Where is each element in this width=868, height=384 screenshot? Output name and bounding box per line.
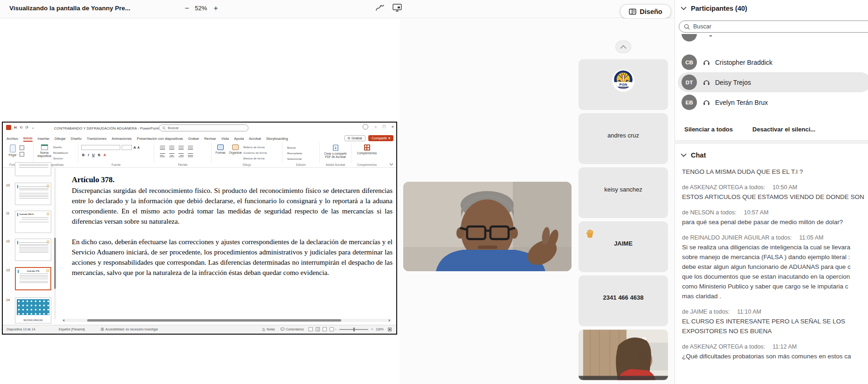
shrink-font-icon: A [138,146,140,149]
slide-number: 13 [6,268,10,272]
chat-message: de JAIME a todos:11:10 AM EL CURSO ES IN… [682,308,868,336]
participant-row-evelyn-teran-brux[interactable]: EB Evelyn Terán Brux [675,92,868,112]
zoom-out-control: − [335,328,337,331]
slide-thumb-12 [15,239,51,261]
scroll-left-icon [62,319,65,322]
line-spacing-icon [188,146,193,150]
shape-outline-menu: Contorno de forma [243,150,267,156]
slide-14-pattern-image [17,299,49,315]
ppt-zoom-slider [339,329,368,330]
partial-name [710,35,712,36]
ppt-tab-transiciones: Transiciones [87,137,106,141]
share-title: Visualizando la pantalla de Yoanny Pre..… [9,5,131,12]
screen-share-toolbar: Visualizando la pantalla de Yoanny Pre..… [0,0,675,18]
avatar-initials: DT [682,75,697,90]
annotate-pen-icon[interactable] [374,2,386,13]
collapse-ribbon-icon [389,163,393,166]
slide-title: Artículo 378. [72,175,115,185]
addins-icon [364,144,370,151]
video-thumbnail-andres-cruz[interactable]: andres cruz [579,113,668,164]
slide-thumb-10 [15,183,51,205]
mute-all-button[interactable]: Silenciar a todos [684,126,733,133]
design-button-label: Diseño [640,8,662,15]
replace-button: Reemplazar [287,151,319,156]
participants-search-box[interactable] [679,21,868,33]
participant-row-partial[interactable] [681,34,820,42]
slide-panel-scrollbar [54,168,56,319]
chat-message: de ASKENAZ ORTEGA a todos:11:12 AM ¿Qué … [682,343,868,361]
italic-icon: I [88,153,89,157]
ppt-tab-revisar: Revisar [204,137,216,141]
grow-font-icon: A [133,145,136,150]
svg-text:PGN: PGN [620,82,627,86]
participant-name: Evelyn Terán Brux [715,99,768,106]
ppt-current-slide: Artículo 378. Discrepancias surgidas del… [57,168,396,325]
clipboard-icon [10,144,16,152]
align-right-icon [179,153,184,157]
comments-icon [281,328,284,331]
avatar-initials: CB [682,55,697,70]
main-speaker-video[interactable] [403,182,572,271]
zoom-in-button[interactable]: + [211,3,221,14]
slide-thumb-11: Artículo 384-E. [15,211,51,233]
chevron-down-icon [681,153,687,157]
participant-name: Deisy Trejos [715,79,751,86]
participant-thumbnail-name: andres cruz [607,132,639,139]
participant-row-deisy-trejos[interactable]: DT Deisy Trejos [678,72,868,92]
participants-header-label: Participantes (40) [691,5,747,12]
powerpoint-logo-icon [6,125,11,130]
chat-section-header[interactable]: Chat [681,151,706,159]
cut-icon [20,145,24,150]
zoom-out-button[interactable]: − [182,3,192,14]
arrange-icon [232,144,239,150]
view-options-monitor-icon[interactable] [392,2,403,13]
layout-design-button[interactable]: Diseño [620,4,671,19]
ppt-tab-ayuda: Ayuda [234,137,244,141]
indent-icon [179,146,184,150]
shapes-icon [217,144,224,150]
ppt-window-controls: − □ × [363,124,394,130]
video-thumbnail-woman-webcam[interactable] [579,329,668,380]
ppt-ribbon: Pegar Portapapeles Nueva diapositiva Dis… [3,143,396,168]
avatar-initials: EB [682,95,697,110]
ppt-status-bar: Diapositiva 13 de 14 Español (Panamá) Ac… [3,325,396,334]
headset-icon [703,58,710,66]
avatar [682,34,697,41]
new-slide-button: Nueva diapositiva [35,143,53,158]
video-thumbnail-keisy-sanchez[interactable]: keisy sanchez [579,167,668,218]
chat-message: de REINALDO JUNIER AGUILAR a todos:11:05… [682,233,868,301]
participants-section-header[interactable]: Participantes (40) [681,5,747,12]
slide-13-mini-title: Artículo 378. [16,270,50,272]
chat-message: de ASKENAZ ORTEGA a todos:10:50 AM ESTOS… [682,183,868,202]
video-thumbnail-jaime[interactable]: JAIME [579,221,668,272]
video-thumbnail-pgn[interactable]: PGN [579,59,668,110]
participant-name: Cristopher Braddick [715,59,772,66]
collapse-thumbnails-button[interactable] [615,41,631,53]
chat-message: de NELSON a todos:10:57 AM para qué sea … [682,208,868,227]
unmute-all-button[interactable]: Desactivar el silenci... [752,126,815,133]
headset-icon [703,78,710,86]
shape-fill-menu: Relleno de forma [243,144,267,150]
notes-icon [262,328,265,331]
font-name-select [81,145,120,150]
record-dot-icon [348,137,350,139]
participant-row-cristopher-braddick[interactable]: CB Cristopher Braddick [675,52,868,72]
numbering-icon [169,146,174,150]
ppt-tab-inicio: Inicio [23,136,33,142]
slide-thumb-14: MUCHAS GRACIAS [15,297,51,323]
slide-14-caption: MUCHAS GRACIAS [15,319,51,322]
layout-icon [629,8,636,15]
zoom-level[interactable]: 52% [195,5,207,12]
undo-icon: ⟲ [20,125,23,130]
slide-body-text: Discrepancias surgidas del reconocimient… [72,185,393,278]
participant-thumbnail-name: keisy sanchez [604,186,642,193]
ppt-titlebar: H ⟲ ⟳ ⌄ CONTRABANDO Y DEFRAUDACIÓN ADUAN… [3,123,396,135]
ppt-ribbon-tabs: Archivo Inicio Insertar Dibujar Diseño T… [3,135,396,143]
meeting-window: Visualizando la pantalla de Yoanny Pre..… [0,0,868,384]
account-icon [363,124,368,130]
slide-11-mini-title: Artículo 384-E. [19,213,51,215]
video-thumbnail-phone-user[interactable]: 2341 466 4638 [579,275,668,326]
participants-search-input[interactable] [693,23,847,30]
shape-effects-menu: Efectos de forma [243,156,267,161]
woman-webcam-frame [579,329,668,380]
